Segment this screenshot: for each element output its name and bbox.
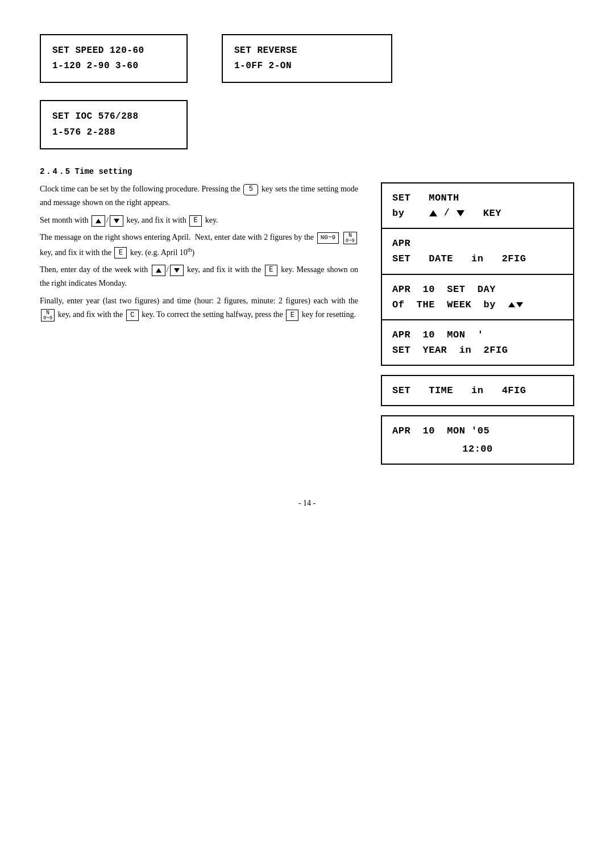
right-panels: SET MONTH by / KEY APR SET DATE in 2FIG … [381,182,574,465]
panel-tri-up2-icon [508,302,515,307]
key-n09-2: N0~9 [41,309,55,322]
panel-set-month-line2: by / KEY [392,206,563,221]
set-speed-line2: 1-120 2-90 3-60 [52,59,175,74]
key-tri-down-box2 [170,265,184,276]
top-boxes-row1: SET SPEED 120-60 1-120 2-90 3-60 SET REV… [40,34,574,83]
set-ioc-line2: 1-576 2-288 [52,125,175,140]
panel-tri-down2-icon [516,302,523,307]
para-dayofweek: Then, enter day of the week with / key, … [40,263,358,291]
main-content: Clock time can be set by the following p… [40,182,574,465]
set-reverse-line2: 1-0FF 2-ON [234,59,380,74]
panel-apr-day: APR 10 SET DAY Of THE WEEK by [381,275,574,320]
panel-apr-date: APR SET DATE in 2FIG [381,229,574,274]
set-speed-box: SET SPEED 120-60 1-120 2-90 3-60 [40,34,188,83]
key-c: C [126,310,139,321]
key-e4: E [286,310,298,321]
panel-set-month-line1: SET MONTH [392,190,563,206]
set-reverse-line1: SET REVERSE [234,43,380,59]
key-tri-up-box2 [152,265,165,276]
panel-apr-mon-line1: APR 10 MON ' [392,327,563,343]
para-april: The message on the right shows entering … [40,231,358,260]
set-speed-line1: SET SPEED 120-60 [52,43,175,59]
panel-apr-day-line1: APR 10 SET DAY [392,282,563,297]
key-n09: N0~9 [317,232,339,244]
left-text-body: Clock time can be set by the following p… [40,182,358,465]
key-tri-down-box [110,215,123,227]
panel-tri-up-icon [429,210,437,216]
para-intro: Clock time can be set by the following p… [40,182,358,210]
panel-apr-mon-line2: SET YEAR in 2FIG [392,343,563,358]
key-e2: E [114,247,127,258]
panel-set-time: SET TIME in 4FIG [381,375,574,406]
panel-spacer1 [381,366,574,375]
panel-final-time: APR 10 MON '05 12:00 [381,415,574,464]
set-ioc-line1: SET IOC 576/288 [52,109,175,124]
panel-slash: / [444,208,450,218]
panel-apr-day-line2: Of THE WEEK by [392,297,563,312]
section-heading: 2．4．5 Time setting [40,166,574,177]
key-tri-up-box [92,215,105,227]
key-e: E [189,215,202,227]
page-number: - 14 - [40,499,574,508]
para-month: Set month with / key, and fix it with E … [40,214,358,228]
set-ioc-box: SET IOC 576/288 1-576 2-288 [40,100,188,149]
panel-set-time-line1: SET TIME in 4FIG [392,383,563,398]
panel-spacer2 [381,406,574,415]
panel-final-line2: 12:00 [392,439,563,457]
panel-set-month: SET MONTH by / KEY [381,182,574,229]
panel-final-line1: APR 10 MON '05 [392,423,563,439]
key-5: 5 [243,184,258,195]
panel-apr-mon-year: APR 10 MON ' SET YEAR in 2FIG [381,320,574,366]
set-reverse-box: SET REVERSE 1-0FF 2-ON [222,34,392,83]
panel-apr-line1: APR [392,236,563,251]
key-e3: E [265,265,277,276]
panel-apr-line2: SET DATE in 2FIG [392,251,563,266]
para-year: Finally, enter year (last two figures) a… [40,294,358,322]
key-n09-main: N0~9 [343,232,357,244]
panel-tri-down-icon [457,210,464,216]
top-boxes-row2: SET IOC 576/288 1-576 2-288 [40,100,574,149]
